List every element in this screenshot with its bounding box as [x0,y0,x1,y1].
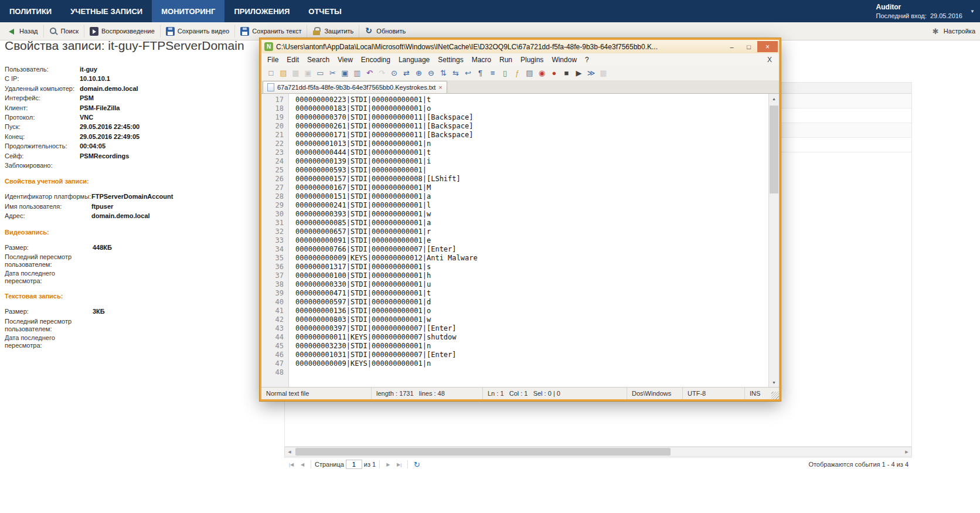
document-icon [267,83,274,91]
line-text: 000000000444|STDI|000000000001|t [288,148,431,157]
minimize-button[interactable]: – [723,41,740,52]
macro-run-multiple-icon[interactable]: ≫ [586,69,596,78]
back-button[interactable]: Назад [2,25,43,38]
zoom-out-icon[interactable]: ⊖ [426,69,436,78]
indent-guide-icon[interactable]: ≡ [488,69,498,78]
menu-item[interactable]: Language [394,55,434,65]
menu-item[interactable]: Window [547,55,581,65]
horizontal-scrollbar[interactable]: ◀ ▶ [284,447,912,457]
nav-monitoring[interactable]: МОНИТОРИНГ [152,0,224,22]
macro-save-icon[interactable]: ▦ [598,69,608,78]
user-menu[interactable]: Auditor Последний вход: 29.05.2016 ▼ [876,0,980,22]
sync-vertical-icon[interactable]: ⇅ [438,69,448,78]
line-number: 32 [261,227,288,236]
document-tab[interactable]: 67a721dd-f5fa-48fe-9b3b-64e3f7565bb0.Key… [263,81,447,93]
line-text: 000000000100|STDI|000000000001|h [288,271,431,280]
scroll-up-icon[interactable]: ▲ [769,94,779,103]
chevron-down-icon[interactable]: ▼ [970,9,975,14]
nav-applications[interactable]: ПРИЛОЖЕНИЯ [224,0,299,22]
last-page-button[interactable]: ▶| [394,460,404,469]
settings-button[interactable]: Настройка [932,25,975,38]
resize-grip[interactable] [771,392,779,399]
paste-icon[interactable]: ▥ [352,69,362,78]
new-file-icon[interactable]: □ [266,69,276,78]
scroll-right-icon[interactable]: ▶ [902,447,911,456]
replace-icon[interactable]: ⇄ [401,69,411,78]
print-icon[interactable]: ▭ [315,69,325,78]
property-row: Конец:29.05.2016 22:49:05 [5,132,258,141]
menu-item[interactable]: Run [495,55,516,65]
protect-button[interactable]: Защитить [307,25,359,38]
code-line: 31000000000085|STDI|000000000001|a [261,219,768,227]
scrollbar-thumb[interactable] [295,448,671,456]
save-video-button[interactable]: Сохранить видео [160,25,234,38]
save-icon[interactable]: ▦ [291,69,301,78]
refresh-button[interactable]: Обновить [359,25,411,38]
line-number: 34 [261,245,288,254]
property-row: Протокол:VNC [5,113,258,122]
menu-item[interactable]: Edit [283,55,303,65]
nav-reports[interactable]: ОТЧЕТЫ [299,0,351,22]
refresh-grid-icon[interactable]: ↻ [411,460,422,469]
menu-item[interactable]: Macro [468,55,495,65]
page-number-input[interactable] [346,460,362,469]
function-list-icon[interactable]: ƒ [512,69,522,78]
search-button[interactable]: Поиск [43,25,84,38]
sync-horizontal-icon[interactable]: ⇆ [451,69,461,78]
line-text: 000000001013|STDI|000000000001|n [288,140,431,148]
line-number: 41 [261,307,288,315]
text-editor[interactable]: 17000000000223|STDI|000000000001|t180000… [261,94,768,387]
close-document-icon[interactable]: X [767,56,779,64]
window-titlebar[interactable]: N C:\Users\antonf\AppData\Local\Microsof… [261,40,779,53]
prev-page-button[interactable]: ◀ [298,460,307,469]
close-button[interactable]: × [757,41,778,52]
undo-icon[interactable]: ↶ [365,69,375,78]
scrollbar-thumb[interactable] [770,106,778,193]
save-text-button[interactable]: Сохранить текст [234,25,307,38]
macro-record-icon[interactable]: ● [549,69,559,78]
save-all-icon[interactable]: ▣ [303,69,313,78]
property-label: Продолжительность: [5,141,80,151]
redo-icon[interactable]: ↷ [377,69,387,78]
line-number: 26 [261,175,288,184]
open-folder-icon[interactable]: ▤ [278,69,288,78]
document-monitor-icon[interactable]: ◉ [537,69,547,78]
menu-item[interactable]: Encoding [357,55,394,65]
folder-workspace-icon[interactable]: ▤ [525,69,535,78]
maximize-button[interactable]: □ [740,41,757,52]
macro-play-icon[interactable]: ▶ [574,69,584,78]
menu-item[interactable]: Plugins [516,55,547,65]
menu-item[interactable]: ? [581,55,593,65]
nav-accounts[interactable]: УЧЕТНЫЕ ЗАПИСИ [61,0,152,22]
playback-button[interactable]: Воспроизведение [84,25,160,38]
scroll-down-icon[interactable]: ▼ [769,378,779,387]
show-all-characters-icon[interactable]: ¶ [475,69,485,78]
copy-icon[interactable]: ▣ [340,69,350,78]
line-text: 000000000803|STDI|000000000001|w [288,315,431,324]
line-text: 000000000657|STDI|000000000001|r [288,227,431,236]
menu-item[interactable]: Settings [434,55,467,65]
nav-policies[interactable]: ПОЛИТИКИ [0,0,61,22]
scroll-left-icon[interactable]: ◀ [285,447,294,456]
status-insert-mode: INS [745,388,765,399]
zoom-in-icon[interactable]: ⊕ [414,69,424,78]
property-section-text: Размер:3КБПоследний пересмотр пользовате… [5,307,258,349]
tab-close-icon[interactable]: × [438,84,442,91]
menu-item[interactable]: View [334,55,357,65]
cut-icon[interactable]: ✂ [328,69,338,78]
next-page-button[interactable]: ▶ [383,460,393,469]
property-label: Размер: [5,307,93,315]
menu-item[interactable]: Search [303,55,334,65]
divider [407,460,408,468]
macro-stop-icon[interactable]: ■ [562,69,571,78]
line-number: 20 [261,122,288,131]
first-page-button[interactable]: |◀ [287,460,296,469]
word-wrap-icon[interactable]: ↩ [463,69,473,78]
code-line: 29000000000241|STDI|000000000001|l [261,201,768,210]
vertical-scrollbar[interactable]: ▲ ▼ [768,94,779,387]
property-label: Пользователь: [5,64,80,74]
find-icon[interactable]: ⊙ [389,69,399,78]
document-map-icon[interactable]: ▯ [500,69,510,78]
menu-item[interactable]: File [263,55,283,65]
line-text: 000000000766|STDI|000000000007|[Enter] [288,245,457,254]
